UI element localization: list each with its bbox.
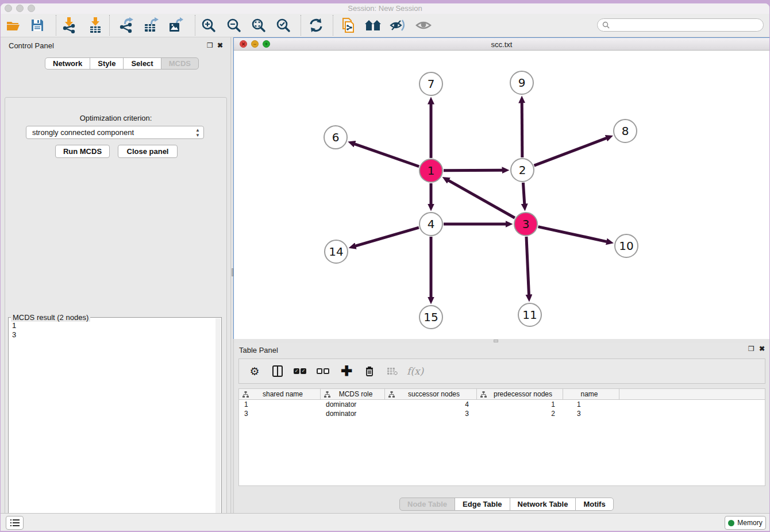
edge-3-11[interactable] [526, 237, 529, 295]
memory-button[interactable]: Memory [725, 516, 766, 530]
delete-row-button[interactable] [362, 364, 377, 379]
column-header-successor-nodes[interactable]: successor nodes [385, 389, 477, 399]
unchecked-box-icon: ✓ [317, 368, 322, 374]
deselect-all-rows-button[interactable]: ✓✓ [316, 364, 331, 379]
toolbar-separator [109, 15, 110, 36]
column-header-predecessor-nodes[interactable]: predecessor nodes [477, 389, 563, 399]
column-visibility-button[interactable] [270, 364, 285, 379]
function-builder-button[interactable]: f(x) [407, 365, 424, 377]
graph-node-11[interactable]: 11 [518, 303, 542, 327]
divider-grip[interactable] [494, 340, 498, 342]
float-panel-icon[interactable]: ❒ [207, 42, 213, 49]
graph-node-3[interactable]: 3 [514, 212, 538, 236]
close-panel-icon[interactable]: ✖ [217, 42, 223, 49]
copy-network-view-button[interactable] [338, 16, 359, 35]
tab-network-table[interactable]: Network Table [510, 498, 576, 511]
cell-successor-nodes: 4 [385, 400, 477, 409]
select-all-rows-button[interactable]: ✓✓ [293, 364, 308, 379]
edge-2-8[interactable] [534, 138, 607, 165]
show-all-button[interactable] [413, 16, 434, 35]
graph-node-6[interactable]: 6 [324, 125, 348, 149]
network-frame-titlebar[interactable]: ✕ − + scc.txt [234, 38, 769, 51]
column-sort-icon [242, 391, 249, 398]
export-table-icon [144, 17, 159, 33]
control-panel-tabs: NetworkStyleSelectMCDS [45, 57, 199, 70]
mcds-result-box: MCDS result (2 nodes) 13 [8, 317, 222, 531]
edge-3-1[interactable] [448, 180, 514, 218]
criterion-dropdown[interactable]: strongly connected component ▲▼ [26, 126, 204, 139]
import-network-button[interactable] [59, 16, 79, 35]
table-panel-title: Table Panel [239, 346, 278, 354]
cell-predecessor-nodes: 1 [477, 400, 563, 409]
graph-node-2[interactable]: 2 [510, 158, 534, 182]
edge-2-9[interactable] [522, 103, 522, 157]
zoom-selected-button[interactable] [273, 16, 294, 35]
close-table-panel-icon[interactable]: ✖ [759, 345, 765, 352]
tab-motifs[interactable]: Motifs [575, 498, 613, 511]
column-header-MCDS-role[interactable]: MCDS role [321, 389, 385, 399]
column-sort-icon [324, 391, 330, 398]
edge-1-6[interactable] [355, 144, 419, 167]
table-settings-button[interactable]: ⚙ [247, 364, 262, 379]
result-scrollbar[interactable] [215, 318, 221, 531]
export-table-button[interactable] [141, 16, 161, 35]
first-neighbors-button[interactable] [363, 16, 383, 35]
graph-node-1[interactable]: 1 [419, 159, 443, 183]
window-title: Session: New Session [1, 4, 769, 13]
table-row[interactable]: 1dominator411 [239, 400, 765, 409]
hide-selected-button[interactable] [387, 16, 408, 35]
edge-1-2[interactable] [444, 170, 502, 171]
search-box[interactable] [597, 18, 764, 32]
zoom-selected-icon [276, 18, 291, 33]
tab-select[interactable]: Select [123, 57, 161, 70]
export-image-icon [168, 17, 183, 33]
refresh-button[interactable] [306, 16, 326, 35]
tab-edge-table[interactable]: Edge Table [455, 498, 510, 511]
edge-3-10[interactable] [538, 227, 606, 242]
edge-2-3[interactable] [523, 183, 524, 204]
graph-node-10[interactable]: 10 [614, 234, 638, 258]
tab-node-table[interactable]: Node Table [399, 498, 455, 511]
zoom-fit-button[interactable] [248, 16, 269, 35]
memory-status-icon [728, 520, 734, 526]
network-canvas[interactable]: 7968124314101511 [234, 51, 769, 339]
plus-icon: ✚ [341, 365, 352, 377]
run-mcds-button[interactable]: Run MCDS [55, 145, 110, 158]
tab-style[interactable]: Style [90, 57, 124, 70]
graph-node-4[interactable]: 4 [419, 212, 443, 236]
table-row[interactable]: 3dominator323 [239, 409, 765, 418]
search-input[interactable] [613, 21, 763, 29]
graph-node-8[interactable]: 8 [613, 119, 637, 143]
float-table-panel-icon[interactable]: ❒ [748, 345, 754, 352]
graph-node-9[interactable]: 9 [510, 71, 534, 95]
column-header-shared-name[interactable]: shared name [239, 389, 321, 399]
toolbar-separator [333, 15, 333, 36]
tab-mcds[interactable]: MCDS [161, 57, 199, 70]
toolbar-separator [195, 15, 195, 36]
save-session-button[interactable] [27, 16, 48, 35]
task-history-button[interactable] [6, 516, 24, 530]
export-network-button[interactable] [116, 16, 136, 35]
tab-network[interactable]: Network [45, 57, 90, 70]
main-toolbar [1, 14, 769, 37]
open-session-button[interactable] [3, 16, 24, 35]
bottom-split-divider[interactable] [234, 339, 769, 343]
cell-name: 1 [563, 400, 619, 409]
zoom-fit-icon [251, 18, 266, 33]
column-sort-icon [388, 391, 395, 398]
close-panel-button[interactable]: Close panel [118, 145, 178, 158]
import-table-button[interactable] [85, 16, 106, 35]
graph-node-7[interactable]: 7 [419, 72, 443, 96]
delete-table-button[interactable] [385, 364, 400, 379]
add-row-button[interactable]: ✚ [339, 364, 354, 379]
memory-label: Memory [737, 519, 762, 527]
zoom-out-button[interactable] [224, 16, 244, 35]
export-network-icon [118, 17, 133, 33]
zoom-in-button[interactable] [198, 16, 219, 35]
column-header-name[interactable]: name [563, 389, 619, 399]
export-image-button[interactable] [165, 16, 186, 35]
zoom-out-icon [226, 18, 241, 33]
graph-node-14[interactable]: 14 [324, 240, 348, 264]
graph-node-15[interactable]: 15 [419, 305, 443, 329]
edge-4-14[interactable] [356, 228, 419, 246]
